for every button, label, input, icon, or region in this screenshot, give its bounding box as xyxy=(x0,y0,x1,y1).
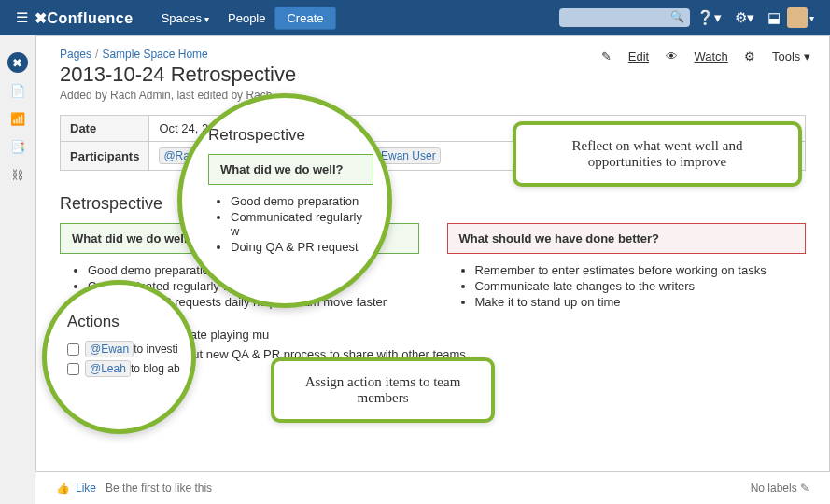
mention-ewan[interactable]: @Ewan xyxy=(85,341,134,357)
confluence-logo[interactable]: ✖Confluence xyxy=(35,9,134,27)
create-button[interactable]: Create xyxy=(274,7,335,30)
crumb-space[interactable]: Sample Space Home xyxy=(102,48,207,61)
list-item: Make it to stand up on time xyxy=(475,295,807,309)
zoom-retrospective: Retrospective What did we do well? Good … xyxy=(177,93,392,308)
hierarchy-icon[interactable]: ⛓ xyxy=(7,164,28,185)
gear-icon[interactable]: ⚙▾ xyxy=(735,9,754,26)
zoom-well-list: Good demo preparation Communicated regul… xyxy=(231,194,373,254)
edit-button[interactable]: ✎ Edit xyxy=(601,49,649,63)
better-panel: What should we have done better? xyxy=(447,223,807,254)
list-item: Good demo preparation xyxy=(231,194,373,208)
list-item: Communicate late changes to the writers xyxy=(475,279,807,293)
space-icon[interactable]: ✖ xyxy=(7,52,28,73)
feed-icon[interactable]: 📶 xyxy=(7,108,28,129)
sidebar: ✖ 📄 📶 📑 ⛓ xyxy=(0,35,35,504)
action-text: to investi xyxy=(134,343,177,356)
zoom-heading: Retrospective xyxy=(208,126,373,145)
pagetree-icon[interactable]: 📑 xyxy=(7,136,28,157)
page-actions: ✎ Edit 👁 Watch ⚙ Tools ▾ xyxy=(588,49,810,63)
action-row: @Ewan to investi xyxy=(67,341,180,357)
crumb-pages[interactable]: Pages xyxy=(60,48,91,61)
callout-reflect: Reflect on what went well and opportunit… xyxy=(513,121,802,187)
page-title: 2013-10-24 Retrospective xyxy=(60,63,806,87)
better-list: Remember to enter estimates before worki… xyxy=(475,263,807,309)
list-item: Doing QA & PR request xyxy=(231,240,373,254)
like-link[interactable]: Like xyxy=(76,482,96,495)
avatar-caret-icon[interactable]: ▾ xyxy=(809,13,814,23)
action-checkbox[interactable] xyxy=(67,343,79,356)
like-status: Be the first to like this xyxy=(106,482,212,495)
tools-button[interactable]: ⚙ Tools ▾ xyxy=(744,49,810,63)
zoom-actions: Actions @Ewan to investi @Leah to blog a… xyxy=(42,280,196,434)
top-nav: ☰ ✖Confluence Spaces▾ People Create 🔍 ❔▾… xyxy=(0,0,830,35)
watch-button[interactable]: 👁 Watch xyxy=(666,49,728,63)
help-icon[interactable]: ❔▾ xyxy=(696,9,722,26)
action-text: to blog ab xyxy=(131,362,180,375)
thumb-icon: 👍 xyxy=(56,482,70,495)
retro-heading: Retrospective xyxy=(60,194,806,214)
action-row: @Leah to blog ab xyxy=(67,360,180,377)
search-icon: 🔍 xyxy=(670,10,684,23)
menu-icon[interactable]: ☰ xyxy=(16,9,28,26)
avatar[interactable] xyxy=(787,7,808,28)
no-labels: No labels ✎ xyxy=(751,482,809,495)
action-checkbox[interactable] xyxy=(67,363,79,375)
mention-leah[interactable]: @Leah xyxy=(85,360,131,377)
list-item: Remember to enter estimates before worki… xyxy=(475,263,807,277)
zoom-heading: Actions xyxy=(67,313,180,331)
nav-spaces[interactable]: Spaces▾ xyxy=(162,11,209,25)
callout-assign: Assign action items to team members xyxy=(271,357,495,423)
meta-participants-key: Participants xyxy=(61,142,149,171)
nav-people[interactable]: People xyxy=(228,11,265,25)
page-icon[interactable]: 📄 xyxy=(7,80,28,101)
like-bar: 👍 Like Be the first to like this No labe… xyxy=(35,471,830,504)
better-column: What should we have done better? Remembe… xyxy=(447,223,807,318)
tray-icon[interactable]: ⬓ xyxy=(767,9,781,26)
byline: Added by Rach Admin, last edited by Rach xyxy=(60,89,806,102)
zoom-well-panel: What did we do well? xyxy=(208,154,373,185)
mention-ewan-user[interactable]: Ewan User xyxy=(376,147,441,164)
meta-date-key: Date xyxy=(61,116,149,142)
page-body: Pages/Sample Space Home 2013-10-24 Retro… xyxy=(35,35,830,504)
list-item: Communicated regularly w xyxy=(231,210,373,238)
